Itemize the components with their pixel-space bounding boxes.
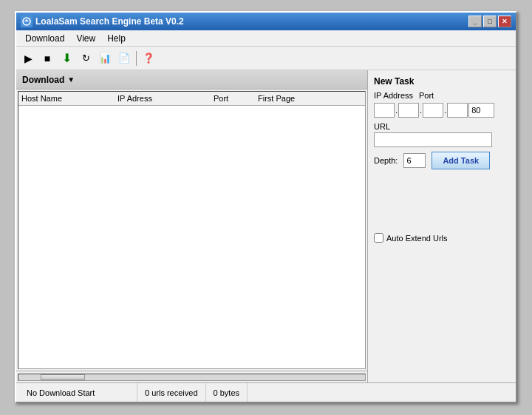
horizontal-scrollbar[interactable] xyxy=(18,374,366,381)
menu-help[interactable]: Help xyxy=(101,32,132,45)
url-label: URL xyxy=(374,122,510,131)
log-button[interactable]: 📄 xyxy=(115,50,133,67)
download-table[interactable]: Host Name IP Adress Port First Page xyxy=(18,91,366,369)
app-icon xyxy=(21,16,33,27)
menu-download[interactable]: Download xyxy=(19,32,70,45)
scrollbar-area xyxy=(16,371,367,382)
ip-octet2[interactable] xyxy=(398,103,419,118)
status-bar: No Download Start 0 urls received 0 byte… xyxy=(16,382,516,402)
section-title: Download xyxy=(22,75,64,85)
window-title: LoalaSam Search Engine Beta V0.2 xyxy=(35,16,184,27)
col-hostname: Host Name xyxy=(21,94,117,103)
url-section: URL xyxy=(374,122,510,147)
add-task-button[interactable]: Add Task xyxy=(432,152,490,169)
depth-row: Depth: Add Task xyxy=(374,152,510,169)
port-label-display: Port xyxy=(419,91,434,100)
stats-button[interactable]: 📊 xyxy=(96,50,114,67)
col-port: Port xyxy=(214,94,258,103)
auto-extend-label: Auto Extend Urls xyxy=(386,234,448,243)
dropdown-arrow[interactable]: ▼ xyxy=(67,75,75,84)
help-button[interactable]: ❓ xyxy=(140,50,157,67)
auto-extend-row: Auto Extend Urls xyxy=(374,233,510,243)
ip-octet1[interactable] xyxy=(374,103,395,118)
depth-label: Depth: xyxy=(374,156,398,165)
task-section: New Task IP AddressPort... URL Depth: Ad… xyxy=(374,76,510,243)
left-panel: Download ▼ Host Name IP Adress Port Firs… xyxy=(16,70,368,382)
main-content: Download ▼ Host Name IP Adress Port Firs… xyxy=(16,70,516,382)
auto-extend-checkbox[interactable] xyxy=(374,233,383,243)
scrollbar-thumb[interactable] xyxy=(41,374,85,380)
section-header: Download ▼ xyxy=(16,70,367,90)
close-button[interactable]: ✕ xyxy=(498,16,511,27)
toolbar-separator xyxy=(136,51,137,66)
download-button[interactable]: ⬇ xyxy=(58,50,75,67)
title-bar: LoalaSam Search Engine Beta V0.2 _ □ ✕ xyxy=(16,13,516,30)
minimize-button[interactable]: _ xyxy=(468,16,482,27)
new-task-title: New Task xyxy=(374,76,510,87)
right-panel: New Task IP AddressPort... URL Depth: Ad… xyxy=(368,70,516,382)
table-header: Host Name IP Adress Port First Page xyxy=(18,92,365,106)
refresh-button[interactable]: ↻ xyxy=(77,50,95,67)
status-bytes: 0 bytes xyxy=(206,383,248,402)
title-bar-buttons: _ □ ✕ xyxy=(468,16,511,27)
main-window: LoalaSam Search Engine Beta V0.2 _ □ ✕ D… xyxy=(15,11,517,403)
url-input[interactable] xyxy=(374,132,492,147)
depth-input[interactable] xyxy=(403,153,426,168)
col-ipaddress: IP Adress xyxy=(117,94,214,103)
maximize-button[interactable]: □ xyxy=(483,16,497,27)
stop-button[interactable]: ■ xyxy=(38,50,56,67)
ip-row: IP AddressPort... xyxy=(374,91,510,118)
toolbar: ▶ ■ ⬇ ↻ 📊 📄 ❓ xyxy=(16,47,516,70)
status-download: No Download Start xyxy=(19,383,137,402)
title-bar-left: LoalaSam Search Engine Beta V0.2 xyxy=(21,16,184,27)
col-firstpage: First Page xyxy=(258,94,362,103)
play-button[interactable]: ▶ xyxy=(19,50,37,67)
status-urls: 0 urls received xyxy=(137,383,206,402)
ip-octet4[interactable] xyxy=(447,103,468,118)
menu-bar: Download View Help xyxy=(16,30,516,47)
port-input[interactable] xyxy=(468,103,494,118)
menu-view[interactable]: View xyxy=(70,32,101,45)
ip-octet3[interactable] xyxy=(423,103,443,118)
ip-label: IP Address xyxy=(374,91,413,100)
